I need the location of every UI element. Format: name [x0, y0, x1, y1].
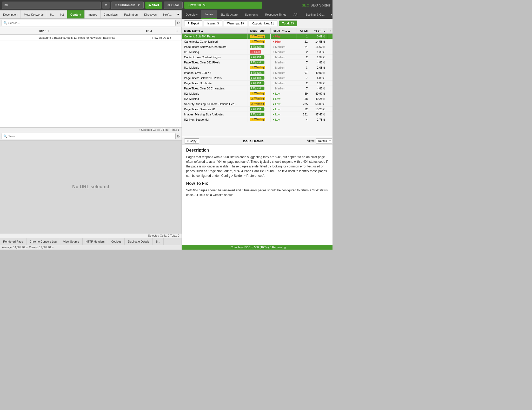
tab-description[interactable]: Description [0, 10, 21, 18]
clear-button[interactable]: ⚙ Clear [164, 2, 182, 9]
issues-table-row[interactable]: H1: Multiple⚠ Warning○ Medium32,08% [182, 65, 332, 70]
export-button[interactable]: ⬆ Export [184, 20, 203, 26]
bottom-status-text: Selected Cells: 0 Total: 0 [148, 234, 179, 237]
issue-pct-cell: 2,78% [310, 117, 327, 122]
tab-segments[interactable]: Segments [241, 10, 262, 19]
tab-overview[interactable]: Overview [182, 10, 201, 19]
issues-table-row[interactable]: Canonicals: Canonicalised⚠ Warning● High… [182, 39, 332, 44]
opportunities-count-badge[interactable]: Opportunities: 21 [249, 21, 277, 26]
issues-table-row[interactable]: H1: Missing● Issue○ Medium21,39% [182, 49, 332, 55]
copy-button[interactable]: ⎘ Copy [184, 138, 200, 144]
col-add[interactable]: + [327, 28, 332, 34]
start-button[interactable]: ▶ Start [145, 2, 162, 9]
issues-table-row[interactable]: Images: Missing Size Attributesℹ Opport.… [182, 112, 332, 117]
issues-table-row[interactable]: Page Titles: Duplicateℹ Opport...○ Mediu… [182, 81, 332, 86]
expand-arrow[interactable]: › [139, 128, 140, 131]
tab-s-more[interactable]: S... [153, 238, 164, 245]
tab-images[interactable]: Images [85, 10, 101, 18]
issue-extra-cell [327, 107, 332, 112]
issue-type-cell: ℹ Opport... [248, 44, 270, 49]
issue-type-cell: ℹ Opport... [248, 55, 270, 60]
tab-cookies[interactable]: Cookies [108, 238, 125, 245]
issue-pct-cell: 97,47% [310, 112, 327, 117]
tab-issues[interactable]: Issues [201, 10, 217, 19]
tab-chrome-console[interactable]: Chrome Console Log [26, 238, 60, 245]
issues-table-row[interactable]: H2: Non-Sequential⚠ Warning● Low42,78% [182, 117, 332, 122]
issues-table-row[interactable]: H2: Missing⚠ Warning● Low5840,28% [182, 96, 332, 101]
col-header-title1[interactable]: Title 1 ↕ [36, 27, 144, 34]
issues-table-row[interactable]: Page Titles: Over 561 Pixelsℹ Opport...○… [182, 60, 332, 65]
warnings-count-badge[interactable]: Warnings: 19 [224, 21, 247, 26]
issues-table-row[interactable]: Page Titles: Same as H1ℹ Opport...● Low2… [182, 107, 332, 112]
issue-urls-cell: 2 [296, 81, 310, 86]
col-pct[interactable]: % of T... [310, 28, 327, 34]
tab-spelling-gr[interactable]: Spelling & Gr... [302, 10, 328, 19]
issue-pct-cell: 14,58% [310, 39, 327, 44]
issue-type-cell: ℹ Opport... [248, 75, 270, 81]
bottom-search-box[interactable]: 🔍 [2, 133, 176, 139]
issue-details-panel: ⎘ Copy Issue Details View: Details URLs … [182, 137, 332, 245]
left-search-box[interactable]: 🔍 [2, 20, 176, 26]
issue-pct-cell: 1,39% [310, 81, 327, 86]
right-tab-more[interactable]: ▼ [328, 13, 332, 16]
issues-table-row[interactable]: Images: Over 100 KBℹ Opport...○ Medium97… [182, 70, 332, 75]
issues-table-row[interactable]: Page Titles: Below 30 Charactersℹ Opport… [182, 44, 332, 49]
table-row[interactable]: Mastering a Backlink Audit: 13 Steps for… [0, 35, 182, 41]
url-text: m/ [4, 3, 8, 7]
tab-hrefl[interactable]: Hrefl... [160, 10, 175, 18]
url-dropdown-btn[interactable]: ▼ [102, 2, 110, 9]
tab-meta-keywords[interactable]: Meta Keywords [21, 10, 47, 18]
tab-view-source[interactable]: View Source [60, 238, 83, 245]
tab-directives[interactable]: Directives [141, 10, 160, 18]
col-issue-priority[interactable]: Issue Pri... ▲ [270, 28, 296, 34]
subdomain-button[interactable]: ⊞ Subdomain ▼ [111, 2, 144, 9]
issue-extra-cell [327, 55, 332, 60]
issues-table-wrap[interactable]: Issue Name ▲ Issue Type Issue Pri... ▲ U… [182, 28, 332, 137]
issue-priority-cell: ● High [270, 39, 296, 44]
issue-type-cell: ⚠ Warning [248, 91, 270, 96]
issue-priority-cell: ○ Medium [270, 60, 296, 65]
crawl-progress: Crawl 100 % [184, 2, 262, 9]
tab-api[interactable]: API [290, 10, 302, 19]
issues-table-row[interactable]: Page Titles: Over 60 Charactersℹ Opport.… [182, 86, 332, 91]
col-issue-type[interactable]: Issue Type [248, 28, 270, 34]
tab-pagination[interactable]: Pagination [121, 10, 141, 18]
issue-type-cell: ℹ Opport... [248, 112, 270, 117]
view-select[interactable]: Details URLs [316, 138, 332, 144]
issue-description: Description Pages that respond with a '2… [182, 145, 332, 245]
url-input-area[interactable]: m/ [2, 2, 101, 9]
issue-urls-cell: 59 [296, 91, 310, 96]
tab-canonicals[interactable]: Canonicals [101, 10, 121, 18]
view-select-wrap[interactable]: Details URLs [316, 138, 332, 144]
tab-content[interactable]: Content [67, 10, 85, 18]
tab-site-structure[interactable]: Site Structure [217, 10, 241, 19]
left-search-input[interactable] [8, 21, 174, 24]
tab-h1[interactable]: H1 [47, 10, 57, 18]
issues-count-badge[interactable]: Issues: 3 [204, 21, 222, 26]
issue-type-cell: ⚠ Warning [248, 101, 270, 107]
tab-http-headers[interactable]: HTTP Headers [83, 238, 108, 245]
right-panel: Overview Issues Site Structure Segments … [182, 10, 332, 250]
tab-more-btn[interactable]: ▼ [175, 10, 182, 18]
tab-rendered-page[interactable]: Rendered Page [0, 238, 26, 245]
issue-extra-cell [327, 39, 332, 44]
col-urls[interactable]: URLs [296, 28, 310, 34]
col-header-add[interactable]: + [175, 27, 182, 34]
tab-response-times[interactable]: Response Times [261, 10, 290, 19]
tab-duplicate-details[interactable]: Duplicate Details [125, 238, 153, 245]
col-issue-name[interactable]: Issue Name ▲ [182, 28, 248, 34]
issues-table-row[interactable]: Page Titles: Below 200 Pixelsℹ Opport...… [182, 75, 332, 81]
issues-table-row[interactable]: Content: Soft 404 Pages⚠ Warning● High10… [182, 34, 332, 39]
col-header-h1[interactable]: H1-1 [144, 27, 175, 34]
left-filter-icon[interactable]: ⚙ [177, 21, 180, 25]
issues-table-row[interactable]: H2: Multiple⚠ Warning● Low5940,97% [182, 91, 332, 96]
issues-table-row[interactable]: Content: Low Content Pagesℹ Opport...○ M… [182, 55, 332, 60]
total-count-badge[interactable]: Total: 43 [279, 21, 297, 26]
bottom-filter-icon[interactable]: ⚙ [177, 134, 180, 138]
top-bar: m/ ▼ ⊞ Subdomain ▼ ▶ Start ⚙ Clear Crawl… [0, 0, 332, 10]
tab-h2[interactable]: H2 [57, 10, 67, 18]
bottom-search-input[interactable] [8, 135, 174, 138]
copy-icon: ⎘ [187, 139, 189, 142]
issue-name-cell: Canonicals: Canonicalised [182, 39, 248, 44]
issues-table-row[interactable]: Security: Missing X-Frame-Options Hea...… [182, 101, 332, 107]
